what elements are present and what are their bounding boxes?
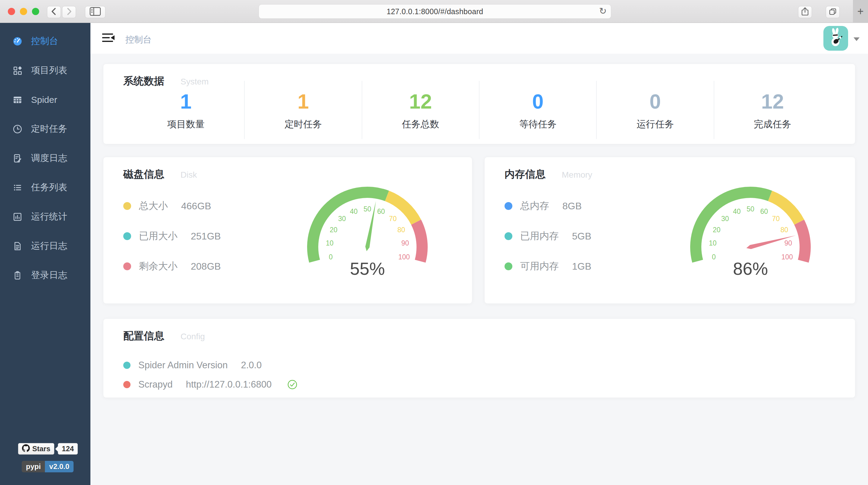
svg-text:100: 100 bbox=[398, 253, 410, 261]
main-content: 系统数据 System 1项目数量1定时任务12任务总数0等待任务0运行任务12… bbox=[90, 54, 868, 485]
info-label: 总内存 bbox=[520, 199, 549, 212]
url-field[interactable]: 127.0.0.1:8000/#/dashboard ↻ bbox=[258, 4, 611, 19]
reload-icon[interactable]: ↻ bbox=[599, 6, 607, 16]
stat-label: 任务总数 bbox=[402, 118, 439, 131]
info-label: Spider Admin Version bbox=[138, 360, 227, 371]
stat-0: 1项目数量 bbox=[127, 81, 245, 139]
svg-text:70: 70 bbox=[389, 215, 397, 223]
svg-text:100: 100 bbox=[781, 253, 793, 261]
sidebar-item-label: 任务列表 bbox=[31, 181, 67, 194]
close-button[interactable] bbox=[8, 8, 15, 15]
disk-info-card: 磁盘信息 Disk 总大小466GB已用大小251GB剩余大小208GB 010… bbox=[103, 157, 472, 304]
disk-row-1: 已用大小251GB bbox=[123, 221, 221, 251]
sidebar: 控制台项目列表Spider定时任务调度日志任务列表运行统计运行日志登录日志 St… bbox=[0, 23, 90, 485]
share-button[interactable] bbox=[798, 6, 812, 18]
memory-info-rows: 总内存8GB已用内存5GB可用内存1GB bbox=[504, 191, 591, 281]
check-circle-icon bbox=[287, 379, 298, 390]
stat-4: 0运行任务 bbox=[597, 81, 714, 139]
svg-text:0: 0 bbox=[329, 253, 333, 261]
login-log-icon bbox=[12, 270, 23, 281]
chevron-right-icon bbox=[65, 7, 73, 17]
memory-usage-gauge: 010203040506070809010086% bbox=[680, 183, 821, 277]
disk-usage-gauge: 010203040506070809010055% bbox=[297, 183, 438, 277]
stat-label: 完成任务 bbox=[754, 118, 791, 131]
share-icon bbox=[801, 7, 809, 17]
sidebar-item-6[interactable]: 运行统计 bbox=[0, 202, 90, 231]
run-log-icon bbox=[12, 241, 23, 251]
tabs-overview-button[interactable] bbox=[826, 6, 840, 18]
memory-info-card: 内存信息 Memory 总内存8GB已用内存5GB可用内存1GB 0102030… bbox=[484, 157, 855, 304]
stars-count-badge[interactable]: 124 bbox=[58, 443, 78, 455]
card-subtitle: Disk bbox=[181, 170, 197, 180]
sidebar-item-8[interactable]: 登录日志 bbox=[0, 261, 90, 290]
project-list-icon bbox=[12, 65, 23, 76]
chevron-left-icon bbox=[50, 7, 58, 17]
avatar[interactable] bbox=[824, 26, 848, 51]
sidebar-item-1[interactable]: 项目列表 bbox=[0, 56, 90, 85]
sidebar-item-7[interactable]: 运行日志 bbox=[0, 231, 90, 261]
url-text: 127.0.0.1:8000/#/dashboard bbox=[387, 7, 484, 16]
menu-fold-icon bbox=[101, 32, 115, 45]
sidebar-item-label: 控制台 bbox=[31, 35, 58, 47]
config-row-0: Spider Admin Version2.0.0 bbox=[123, 355, 298, 375]
info-label: 总大小 bbox=[139, 199, 168, 212]
stat-value: 1 bbox=[298, 90, 309, 113]
svg-text:20: 20 bbox=[713, 226, 721, 234]
svg-text:20: 20 bbox=[330, 226, 338, 234]
info-label: 可用内存 bbox=[520, 260, 559, 273]
info-value: 2.0.0 bbox=[241, 360, 261, 371]
sidebar-item-4[interactable]: 调度日志 bbox=[0, 144, 90, 173]
sidebar-item-3[interactable]: 定时任务 bbox=[0, 114, 90, 144]
menu-fold-button[interactable] bbox=[101, 32, 115, 45]
minimize-button[interactable] bbox=[20, 8, 27, 15]
info-value: 8GB bbox=[562, 201, 582, 212]
task-list-icon bbox=[12, 182, 23, 193]
back-button[interactable] bbox=[47, 6, 61, 18]
sidebar-item-label: 调度日志 bbox=[31, 152, 67, 164]
svg-text:50: 50 bbox=[747, 205, 754, 213]
svg-text:0: 0 bbox=[712, 253, 716, 261]
svg-text:90: 90 bbox=[784, 239, 792, 247]
info-label: Scrapyd bbox=[138, 379, 173, 390]
card-title: 磁盘信息 bbox=[123, 167, 164, 181]
pypi-label: pypi bbox=[22, 461, 45, 472]
browser-chrome: 127.0.0.1:8000/#/dashboard ↻ + bbox=[0, 0, 868, 23]
forward-button[interactable] bbox=[62, 6, 76, 18]
info-label: 剩余大小 bbox=[139, 260, 178, 273]
breadcrumb: 控制台 bbox=[125, 34, 152, 46]
github-icon bbox=[22, 444, 30, 453]
github-stars-widget[interactable]: Stars 124 bbox=[18, 443, 78, 455]
github-stars-button[interactable]: Stars bbox=[18, 443, 54, 455]
disk-row-2: 剩余大小208GB bbox=[123, 251, 221, 281]
info-value: http://127.0.0.1:6800 bbox=[186, 379, 272, 390]
svg-text:30: 30 bbox=[721, 215, 729, 223]
svg-text:80: 80 bbox=[398, 226, 405, 234]
memory-row-1: 已用内存5GB bbox=[504, 221, 591, 251]
new-tab-button[interactable]: + bbox=[853, 0, 868, 23]
svg-text:10: 10 bbox=[326, 239, 334, 247]
sidebar-item-2[interactable]: Spider bbox=[0, 85, 90, 114]
info-value: 251GB bbox=[191, 231, 221, 242]
svg-text:60: 60 bbox=[760, 207, 768, 216]
timer-task-icon bbox=[12, 124, 23, 134]
dropdown-caret-icon[interactable] bbox=[854, 37, 860, 41]
card-subtitle: Config bbox=[181, 332, 205, 341]
stat-2: 12任务总数 bbox=[362, 81, 479, 139]
stat-value: 12 bbox=[409, 90, 432, 113]
stat-label: 等待任务 bbox=[519, 118, 557, 131]
sidebar-item-5[interactable]: 任务列表 bbox=[0, 173, 90, 202]
svg-text:80: 80 bbox=[781, 226, 788, 234]
legend-dot-icon bbox=[123, 381, 130, 388]
stat-5: 12完成任务 bbox=[714, 81, 831, 139]
card-subtitle: Memory bbox=[562, 170, 592, 180]
svg-text:70: 70 bbox=[772, 215, 780, 223]
stat-value: 0 bbox=[650, 90, 661, 113]
zoom-button[interactable] bbox=[32, 8, 39, 15]
sidebar-toggle-button[interactable] bbox=[85, 6, 105, 18]
sidebar-item-label: 定时任务 bbox=[31, 123, 67, 135]
sidebar-item-0[interactable]: 控制台 bbox=[0, 27, 90, 56]
pypi-badge[interactable]: pypi v2.0.0 bbox=[22, 461, 73, 472]
config-info-card: 配置信息 Config Spider Admin Version2.0.0Scr… bbox=[103, 318, 855, 398]
sidebar-item-label: 运行统计 bbox=[31, 210, 67, 223]
stat-value: 0 bbox=[532, 90, 544, 113]
